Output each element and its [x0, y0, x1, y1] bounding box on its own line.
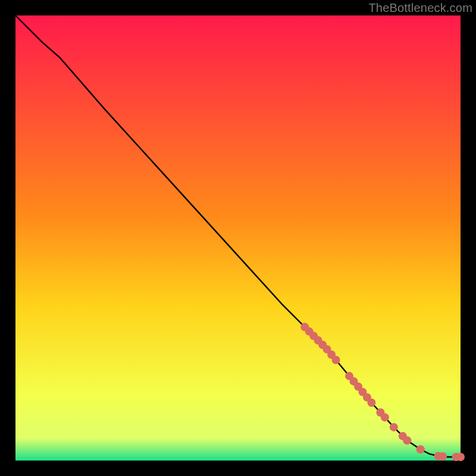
- data-marker: [416, 445, 425, 453]
- data-marker: [367, 399, 375, 407]
- data-marker: [332, 356, 340, 364]
- data-marker: [403, 436, 411, 444]
- data-marker: [381, 413, 389, 421]
- data-marker: [390, 423, 398, 431]
- chart-svg: [0, 0, 476, 476]
- data-marker: [439, 452, 447, 461]
- data-marker: [456, 453, 465, 461]
- plot-background: [15, 15, 461, 461]
- chart-stage: TheBottleneck.com: [0, 0, 476, 476]
